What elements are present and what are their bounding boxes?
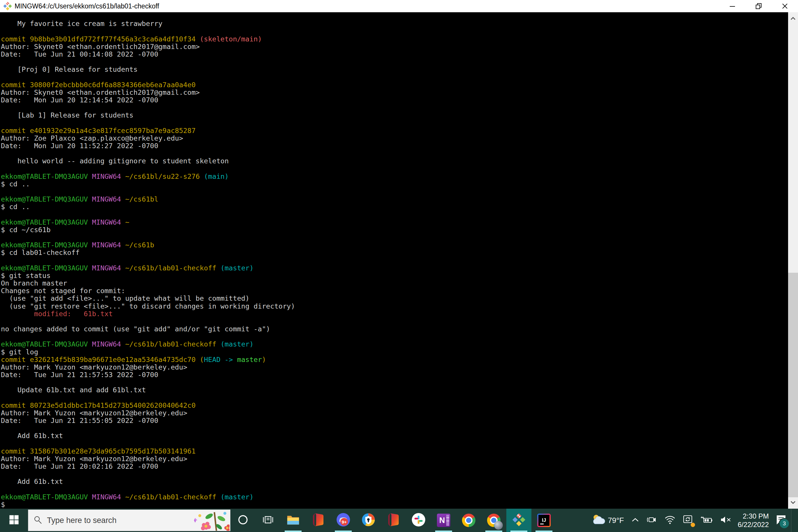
sync-icon (683, 515, 693, 526)
sync-status[interactable] (683, 515, 693, 526)
terminal-line: commit 30800f2ebcbbb0c6df6a8834366eb6ea7… (1, 81, 788, 89)
action-center[interactable]: 3 (774, 513, 788, 528)
terminal-line: no changes added to commit (use "git add… (1, 325, 788, 333)
terminal-line (1, 150, 788, 157)
system-tray: 79°F (591, 509, 798, 532)
terminal-line (1, 188, 788, 195)
search-icon (34, 515, 42, 525)
notification-count-badge: 3 (779, 518, 790, 529)
onenote-icon: N (437, 514, 450, 527)
terminal-line: Date: Tue Jun 21 20:02:16 2022 -0700 (1, 462, 788, 470)
running-indicator (285, 531, 302, 532)
terminal-line: $ cd ~/cs61b (1, 226, 788, 234)
taskbar-item-slack[interactable] (406, 509, 431, 532)
terminal-line: $ cd .. (1, 203, 788, 211)
terminal-line: Date: Tue Jun 21 21:57:53 2022 -0700 (1, 371, 788, 379)
weather-widget[interactable]: 79°F (591, 514, 624, 527)
terminal-line (1, 73, 788, 81)
terminal-line: Date: Tue Jun 21 00:14:08 2022 -0700 (1, 51, 788, 58)
terminal-line (1, 394, 788, 402)
terminal-screen[interactable]: My favorite ice cream is strawberrycommi… (0, 12, 788, 509)
restore-button[interactable] (745, 0, 772, 12)
slack-icon (412, 513, 425, 528)
battery-status[interactable] (700, 515, 713, 525)
close-button[interactable] (772, 0, 798, 12)
task-view-icon (262, 514, 274, 527)
terminal-line: ekkom@TABLET-DMQ3AGUV MINGW64 ~/cs61bl (1, 195, 788, 203)
taskbar-item-cortana[interactable] (230, 509, 255, 532)
privacy-shield-icon (362, 513, 375, 528)
terminal-line: Update 61b.txt and add 61bl.txt (1, 386, 788, 394)
taskbar-clock[interactable]: 2:30 PM 6/22/2022 (738, 512, 769, 529)
taskbar-item-privacy-shield[interactable] (356, 509, 381, 532)
volume[interactable] (720, 515, 732, 525)
taskbar-item-search[interactable] (28, 510, 230, 531)
terminal-line (1, 470, 788, 478)
taskbar-item-chrome[interactable] (456, 509, 481, 532)
scroll-down-arrow[interactable] (788, 496, 798, 509)
search-input[interactable] (46, 516, 170, 525)
terminal-output: My favorite ice cream is strawberrycommi… (1, 12, 788, 508)
taskbar-item-task-view[interactable] (255, 509, 281, 532)
terminal-line: Author: Mark Yuzon <markyuzon12@berkeley… (1, 409, 788, 417)
cortana-icon (238, 514, 248, 527)
terminal-line (1, 12, 788, 20)
minimize-button[interactable] (719, 0, 745, 12)
terminal-line (1, 234, 788, 241)
terminal-line (1, 58, 788, 65)
battery-charging-icon (700, 515, 713, 525)
terminal-line: Author: Skynet0 <ethan.ordentlich2017@gm… (1, 43, 788, 51)
clock-date: 6/22/2022 (738, 520, 769, 529)
terminal-line (1, 256, 788, 264)
terminal-line: Add 61b.txt (1, 432, 788, 439)
git-bash-icon (512, 513, 526, 528)
discord-icon: 9+ (336, 513, 350, 528)
running-indicator (535, 531, 552, 532)
taskbar-item-git-bash[interactable] (506, 509, 531, 532)
running-indicator (510, 531, 527, 532)
chevron-up-icon (631, 517, 639, 523)
taskbar-item-intellij[interactable]: IJ (531, 509, 556, 532)
terminal-line: commit 80723e5d1dbbc17b415d273b540026200… (1, 402, 788, 409)
git-bash-app-icon (3, 1, 12, 11)
office-icon (387, 513, 400, 528)
network[interactable] (665, 515, 675, 525)
taskbar-item-office[interactable] (306, 509, 331, 532)
scroll-up-arrow[interactable] (788, 12, 798, 24)
terminal-line (1, 211, 788, 218)
taskbar-item-chrome-profile[interactable] (481, 509, 506, 532)
terminal-line: commit 315867b301e28e73da965cb7595d17b50… (1, 448, 788, 455)
terminal-line: [Lab 1] Release for students (1, 111, 788, 119)
taskbar-item-onenote[interactable]: N (431, 509, 456, 532)
meet-now-icon (647, 515, 657, 526)
terminal-line: (use "git restore <file>..." to discard … (1, 302, 788, 310)
show-desktop-button[interactable] (791, 509, 794, 532)
taskbar-item-office-2[interactable] (381, 509, 406, 532)
weather-icon (591, 514, 606, 527)
show-hidden-icons[interactable] (631, 517, 639, 523)
meet-now[interactable] (647, 515, 657, 526)
terminal-line: $ git status (1, 272, 788, 280)
terminal-line: Add 61b.txt (1, 478, 788, 485)
terminal-line: Author: Mark Yuzon <markyuzon12@berkeley… (1, 363, 788, 371)
terminal-line: commit 9b8bbe3b01dfd772ff77f456a3c3ca6a4… (1, 35, 788, 43)
clock-time: 2:30 PM (738, 512, 769, 520)
terminal-line: Author: Mark Yuzon <markyuzon12@berkeley… (1, 455, 788, 462)
terminal-line: My favorite ice cream is strawberry (1, 20, 788, 27)
terminal-line: ekkom@TABLET-DMQ3AGUV MINGW64 ~/cs61b/la… (1, 493, 788, 501)
taskbar-item-start[interactable] (0, 509, 28, 532)
discord-notification-badge: 9+ (340, 518, 348, 526)
scrollbar-thumb[interactable] (788, 273, 798, 497)
profile-avatar (494, 521, 503, 530)
terminal-line: Changes not staged for commit: (1, 287, 788, 294)
terminal-line: ekkom@TABLET-DMQ3AGUV MINGW64 ~ (1, 218, 788, 226)
running-indicator (485, 531, 502, 532)
terminal-line: $ cd .. (1, 180, 788, 188)
taskbar-item-file-explorer[interactable] (281, 509, 306, 532)
terminal-scrollbar[interactable] (788, 12, 798, 509)
terminal-line: commit e326214f5b839ba96671e0e12aa5346a4… (1, 356, 788, 363)
taskbar-item-discord[interactable]: 9+ (331, 509, 356, 532)
terminal-line: hello world -- adding gitignore to stude… (1, 157, 788, 165)
file-explorer-icon (286, 513, 300, 528)
window-title: MINGW64:/c/Users/ekkom/cs61b/lab01-check… (15, 2, 159, 10)
